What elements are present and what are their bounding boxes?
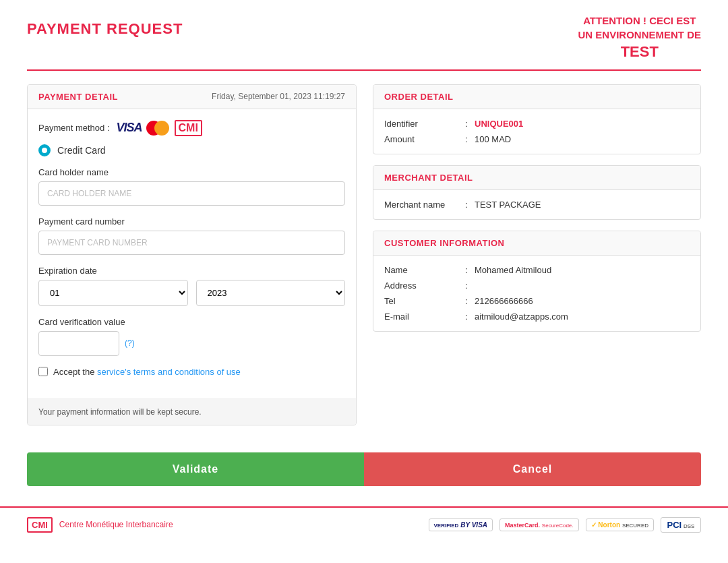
customer-info-body: Name : Mohamed Aitmiloud Address : Tel :… [373,256,700,331]
terms-checkbox[interactable] [38,367,48,376]
payment-method-label: Payment method : [38,123,110,133]
cvv-row: (?) [38,331,345,356]
right-panel: ORDER DETAIL Identifier : UNIQUE001 Amou… [373,84,701,425]
terms-row: Accept the service's terms and condition… [38,367,345,377]
merchant-detail-title: MERCHANT DETAIL [373,166,700,190]
card-number-input[interactable] [38,231,345,255]
cmi-logo: CMI [175,120,202,136]
payment-detail-body: Payment method : VISA CMI Credi [28,109,356,388]
customer-email-label: E-mail [384,312,458,322]
customer-tel-value: 212666666666 [475,296,533,306]
merchant-detail-panel: MERCHANT DETAIL Merchant name : TEST PAC… [373,165,701,220]
customer-tel-row: Tel : 212666666666 [384,296,690,306]
card-holder-input[interactable] [38,181,345,206]
customer-name-value: Mohamed Aitmiloud [475,265,551,275]
security-badges: VERIFIED BY VISA MasterCard. SecureCode.… [429,517,702,533]
payment-logos: VISA CMI [117,120,202,136]
customer-tel-label: Tel [384,296,458,306]
expiry-year-select[interactable]: 202320242025 20262027 [196,280,346,306]
credit-card-radio-row[interactable]: Credit Card [38,144,345,156]
pci-dss-badge: PCI DSS [661,517,701,533]
norton-checkmark: ✓ Norton [591,521,621,529]
merchant-detail-body: Merchant name : TEST PACKAGE [373,190,700,219]
identifier-value: UNIQUE001 [475,119,523,129]
footer-cmi-name: Centre Monétique Interbancaire [59,520,173,529]
amount-value: 100 MAD [475,134,511,144]
test-notice-line2: UN ENVIRONNEMENT DE [578,28,701,42]
order-detail-panel: ORDER DETAIL Identifier : UNIQUE001 Amou… [373,84,701,154]
visa-logo: VISA [117,121,142,135]
by-visa-text: BY VISA [460,521,487,529]
mc-badge-text: MasterCard. [505,522,540,529]
norton-secured-text: SECURED [622,523,648,529]
customer-address-label: Address [384,280,458,291]
pci-text: PCI [667,520,682,530]
merchant-name-label: Merchant name [384,200,458,210]
mastercard-logo [146,121,169,136]
validate-button[interactable]: Validate [27,452,364,486]
test-environment-notice: ATTENTION ! CECI EST UN ENVIRONNEMENT DE… [578,13,701,63]
card-holder-label: Card holder name [38,167,345,177]
mc-circle-right [154,121,169,136]
verified-by-visa-badge: VERIFIED BY VISA [429,518,493,531]
order-detail-title: ORDER DETAIL [373,85,700,109]
order-identifier-row: Identifier : UNIQUE001 [384,119,690,129]
merchant-name-value: TEST PACKAGE [475,200,541,210]
expiry-label: Expiration date [38,266,345,276]
payment-detail-date: Friday, September 01, 2023 11:19:27 [212,92,345,101]
card-holder-group: Card holder name [38,167,345,206]
page-title: PAYMENT REQUEST [27,20,183,38]
header-divider [27,69,701,71]
credit-card-radio[interactable] [38,144,51,156]
visa-verified-text: VERIFIED [434,523,459,529]
merchant-name-row: Merchant name : TEST PACKAGE [384,200,690,210]
top-bar: PAYMENT REQUEST ATTENTION ! CECI EST UN … [0,0,728,69]
cvv-help[interactable]: (?) [125,338,135,348]
cvv-group: Card verification value (?) [38,317,345,356]
amount-colon: : [458,134,475,144]
footer: CMI Centre Monétique Interbancaire VERIF… [0,506,728,542]
mastercard-securecode-badge: MasterCard. SecureCode. [499,518,579,531]
norton-secured-badge: ✓ Norton SECURED [586,518,654,531]
card-number-label: Payment card number [38,216,345,227]
expiry-group: Expiration date 010203 040506 070809 101… [38,266,345,306]
pci-dss-text: DSS [684,523,694,529]
expiry-row: 010203 040506 070809 101112 202320242025… [38,280,345,306]
cvv-label: Card verification value [38,317,345,327]
payment-method-row: Payment method : VISA CMI [38,120,345,136]
card-number-group: Payment card number [38,216,345,255]
identifier-label: Identifier [384,119,458,129]
payment-detail-header: PAYMENT DETAIL Friday, September 01, 202… [28,85,356,109]
merchant-name-colon: : [458,200,475,210]
buttons-row: Validate Cancel [0,439,728,500]
test-notice-line1: ATTENTION ! CECI EST [578,13,701,28]
expiry-month-select[interactable]: 010203 040506 070809 101112 [38,280,188,306]
cancel-button[interactable]: Cancel [364,452,701,486]
radio-inner [42,148,47,153]
credit-card-label: Credit Card [57,145,106,156]
test-notice-line3: TEST [578,42,701,63]
amount-label: Amount [384,134,458,144]
customer-address-row: Address : [384,280,690,291]
customer-name-row: Name : Mohamed Aitmiloud [384,265,690,275]
customer-email-value: aitmiloud@atzapps.com [475,312,568,322]
footer-cmi-logo: CMI [27,517,53,533]
terms-link[interactable]: service's terms and conditions of use [97,367,241,377]
footer-left: CMI Centre Monétique Interbancaire [27,517,173,533]
payment-detail-title: PAYMENT DETAIL [38,92,118,102]
customer-info-title: CUSTOMER INFORMATION [373,231,700,256]
payment-detail-panel: PAYMENT DETAIL Friday, September 01, 202… [27,84,357,425]
identifier-colon: : [458,119,475,129]
main-content: PAYMENT DETAIL Friday, September 01, 202… [0,84,728,439]
order-detail-body: Identifier : UNIQUE001 Amount : 100 MAD [373,109,700,154]
terms-text: Accept the service's terms and condition… [53,367,241,377]
cvv-input[interactable] [38,331,119,356]
order-amount-row: Amount : 100 MAD [384,134,690,144]
securecode-text: SecureCode. [542,523,574,529]
security-notice: Your payment information will be kept se… [28,398,356,425]
customer-info-panel: CUSTOMER INFORMATION Name : Mohamed Aitm… [373,231,701,332]
customer-name-label: Name [384,265,458,275]
customer-email-row: E-mail : aitmiloud@atzapps.com [384,312,690,322]
